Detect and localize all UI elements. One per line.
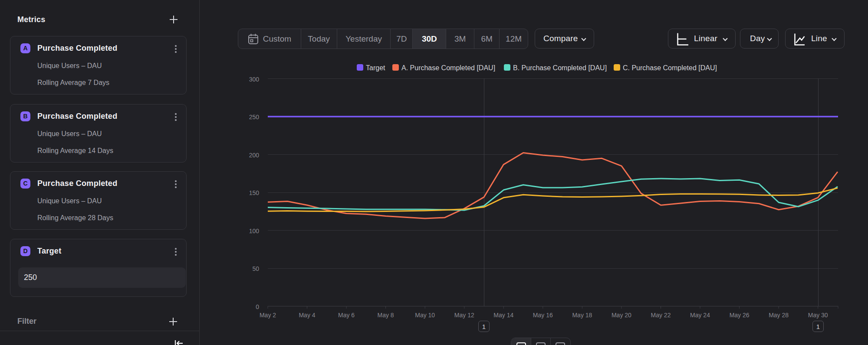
svg-text:May 28: May 28 <box>769 312 789 319</box>
svg-text:May 24: May 24 <box>690 312 710 319</box>
svg-text:May 26: May 26 <box>730 312 750 319</box>
svg-text:May 4: May 4 <box>299 312 315 319</box>
svg-text:May 14: May 14 <box>493 312 513 319</box>
svg-text:May 12: May 12 <box>454 312 474 319</box>
svg-text:250: 250 <box>249 114 260 120</box>
svg-text:50: 50 <box>252 265 259 272</box>
svg-text:May 8: May 8 <box>378 312 394 319</box>
svg-text:May 16: May 16 <box>533 312 553 319</box>
svg-text:May 18: May 18 <box>572 312 592 319</box>
svg-text:May 6: May 6 <box>338 312 355 319</box>
svg-text:May 30: May 30 <box>808 312 828 319</box>
svg-text:100: 100 <box>249 228 260 234</box>
svg-text:0: 0 <box>256 303 259 310</box>
svg-text:300: 300 <box>249 76 260 83</box>
svg-text:May 10: May 10 <box>415 312 435 319</box>
svg-text:May 2: May 2 <box>260 312 276 319</box>
svg-text:May 20: May 20 <box>612 312 631 319</box>
svg-text:May 22: May 22 <box>651 312 671 319</box>
svg-text:200: 200 <box>249 152 260 159</box>
svg-text:150: 150 <box>249 189 260 196</box>
